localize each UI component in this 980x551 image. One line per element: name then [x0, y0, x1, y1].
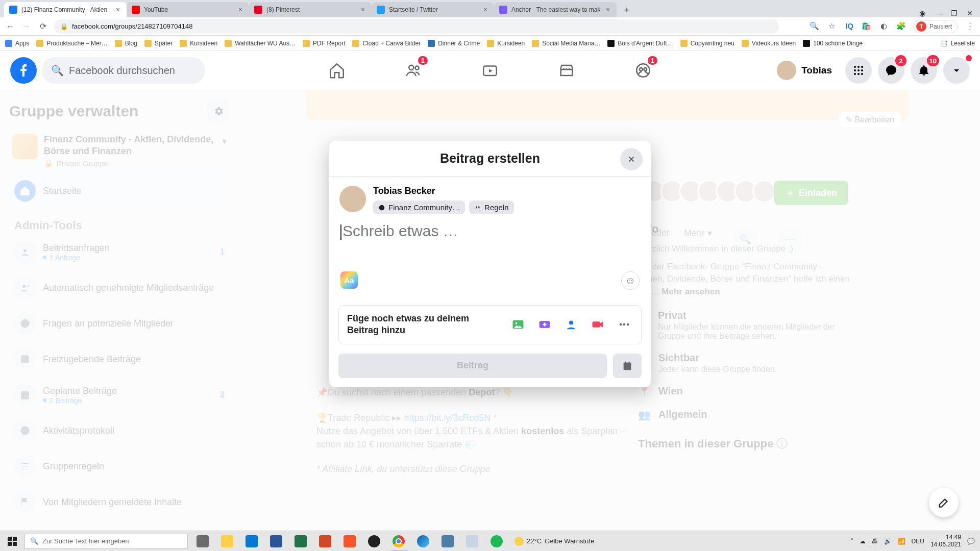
taskbar-app-mail[interactable] [240, 531, 263, 552]
bookmark-item[interactable]: Wahlfächer WU Aus… [225, 40, 296, 47]
nav-groups[interactable]: 1 [607, 52, 679, 89]
compose-textarea[interactable]: Schreib etwas … Aa ☺ [329, 217, 651, 294]
new-tab-button[interactable]: + [620, 3, 634, 17]
browser-tab[interactable]: (8) Pinterest × [249, 2, 372, 17]
close-icon[interactable]: × [237, 6, 244, 13]
tray-notifications-icon[interactable]: 💬 [967, 538, 975, 545]
forward-icon[interactable]: → [21, 22, 32, 31]
maximize-icon[interactable]: ❐ [951, 9, 958, 17]
facebook-logo-icon[interactable] [10, 57, 37, 84]
taskbar-app-excel[interactable] [289, 531, 312, 552]
bookmark-item[interactable]: Social Media Mana… [532, 40, 600, 47]
tray-onedrive-icon[interactable]: ☁ [860, 538, 866, 545]
tray-volume-icon[interactable]: 🔊 [884, 538, 892, 545]
tray-wifi-icon[interactable]: 📶 [898, 538, 905, 545]
reading-list-button[interactable]: 📑Leseliste [940, 40, 975, 47]
text-cursor-zone[interactable] [340, 265, 640, 286]
minimize-icon[interactable]: — [935, 9, 942, 17]
emoji-picker-button[interactable]: ☺ [621, 271, 640, 290]
browser-tab[interactable]: Startseite / Twitter × [372, 2, 494, 17]
taskbar-app-word[interactable] [264, 531, 288, 552]
account-menu-button[interactable] [943, 57, 970, 84]
search-in-page-icon[interactable]: 🔍 [810, 21, 820, 32]
bookmark-item[interactable]: Kursideen [180, 40, 217, 47]
bookmark-item[interactable]: PDF Report [303, 40, 345, 47]
tray-printer-icon[interactable]: 🖶 [872, 538, 878, 545]
bookmark-item[interactable]: Dinner & Crime [428, 40, 480, 47]
bookmark-item[interactable]: Später [144, 40, 173, 47]
schedule-post-button[interactable] [613, 354, 642, 378]
background-color-picker[interactable]: Aa [340, 271, 358, 289]
more-options-button[interactable] [616, 316, 633, 333]
chrome-profile-chip[interactable]: T Pausiert [914, 20, 958, 33]
tag-people-button[interactable] [562, 316, 580, 333]
bookmark-item[interactable]: Cload + Canva Bilder [352, 40, 421, 47]
svg-point-12 [854, 73, 856, 75]
back-icon[interactable]: ← [5, 22, 15, 31]
audience-group-chip[interactable]: Finanz Community… [373, 201, 465, 214]
taskbar-app-explorer[interactable] [215, 531, 239, 552]
nav-home[interactable] [301, 52, 373, 89]
modal-backdrop[interactable]: Beitrag erstellen Tobias Becker Finanz C… [0, 90, 980, 531]
taskbar-app-generic[interactable] [436, 531, 459, 552]
submit-post-button[interactable]: Beitrag [338, 354, 607, 378]
close-icon[interactable]: × [359, 6, 366, 13]
notifications-badge: 10 [927, 55, 939, 66]
extension-icon[interactable]: 🛍️ [862, 21, 872, 32]
kebab-menu-icon[interactable]: ⋮ [965, 21, 975, 32]
taskbar-app-edge[interactable] [411, 531, 435, 552]
add-photo-button[interactable] [509, 316, 527, 333]
add-video-button[interactable] [536, 316, 553, 333]
taskbar-app-chrome[interactable] [387, 531, 410, 552]
add-to-post-label: Füge noch etwas zu deinem Beitrag hinzu [347, 313, 490, 337]
messenger-button[interactable]: 2 [878, 57, 904, 84]
browser-tab[interactable]: Anchor - The easiest way to mak × [494, 2, 617, 17]
close-window-icon[interactable]: ✕ [967, 9, 973, 17]
nav-watch[interactable] [454, 52, 526, 89]
taskbar-app-spotify[interactable] [485, 531, 508, 552]
apps-shortcut[interactable]: Apps [5, 40, 29, 47]
close-icon[interactable]: × [604, 6, 611, 13]
add-live-button[interactable] [589, 316, 606, 333]
url-input[interactable]: 🔒 facebook.com/groups/214827109704148 [54, 19, 779, 34]
fb-search-input[interactable]: 🔍 Facebook durchsuchen [42, 57, 205, 84]
modal-close-button[interactable] [620, 148, 643, 170]
sun-icon [514, 537, 524, 546]
extensions-puzzle-icon[interactable]: 🧩 [896, 21, 906, 32]
reload-icon[interactable]: ⟳ [38, 21, 48, 31]
bookmark-item[interactable]: Bois d'Argent Duft… [607, 40, 673, 47]
close-icon[interactable]: × [482, 6, 489, 13]
nav-marketplace[interactable] [531, 52, 602, 89]
nav-friends[interactable]: 1 [378, 52, 449, 89]
fb-header: 🔍 Facebook durchsuchen 1 1 Tobias [0, 51, 980, 90]
close-icon[interactable]: × [114, 6, 121, 13]
bookmark-item[interactable]: 100 schöne Dinge [803, 40, 863, 47]
bookmark-item[interactable]: Copywriting neu [680, 40, 734, 47]
extension-icon[interactable]: IQ [844, 21, 854, 32]
taskbar-weather[interactable]: 22°C Gelbe Warnstufe [514, 537, 594, 546]
account-badge [966, 55, 972, 61]
bookmark-item[interactable]: Kursideen [487, 40, 525, 47]
taskbar-app-obs[interactable] [362, 531, 386, 552]
bookmark-item[interactable]: Blog [115, 40, 137, 47]
profile-chip[interactable]: Tobias [774, 59, 839, 82]
audience-rules-chip[interactable]: Regeln [469, 201, 514, 214]
bookmark-item[interactable]: Produktsuche – Mer… [36, 40, 107, 47]
star-icon[interactable]: ☆ [827, 21, 837, 32]
task-view-button[interactable] [191, 531, 214, 552]
taskbar-app-powerpoint[interactable] [313, 531, 337, 552]
taskbar-search-input[interactable]: 🔍Zur Suche Text hier eingeben [24, 534, 188, 549]
nav-groups-badge: 1 [648, 56, 657, 65]
notifications-button[interactable]: 10 [911, 57, 937, 84]
browser-tab[interactable]: YouTube × [127, 2, 249, 17]
apps-menu-button[interactable] [845, 57, 872, 84]
extension-icon[interactable]: ◐ [879, 21, 889, 32]
browser-tab-active[interactable]: (12) Finanz Community - Aktien × [4, 2, 127, 17]
tray-language[interactable]: DEU [912, 538, 924, 545]
tray-chevron-icon[interactable]: ˄ [850, 538, 853, 545]
taskbar-app-notepad[interactable] [460, 531, 484, 552]
start-button[interactable] [0, 531, 24, 552]
taskbar-app-brave[interactable] [338, 531, 361, 552]
tray-clock[interactable]: 14:49 14.06.2021 [930, 534, 961, 548]
bookmark-item[interactable]: Videokurs Ideen [742, 40, 796, 47]
